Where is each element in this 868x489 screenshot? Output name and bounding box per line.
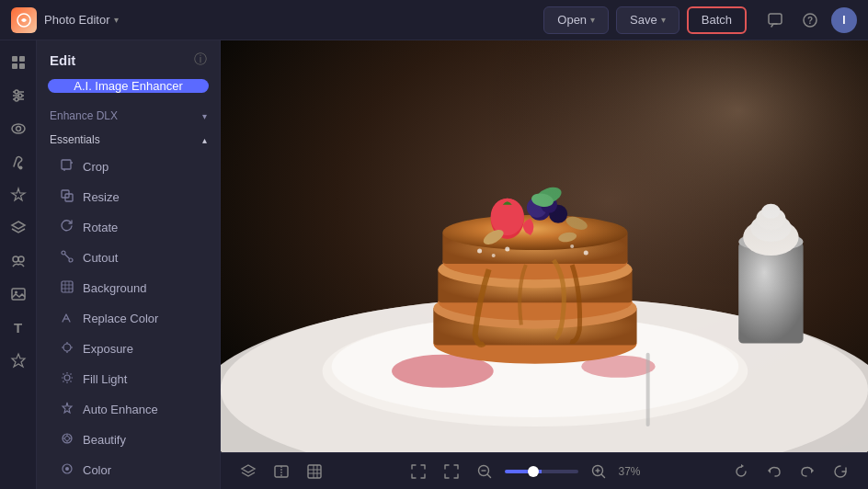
essentials-label: Essentials xyxy=(50,133,100,146)
app-logo xyxy=(11,7,37,33)
svg-rect-97 xyxy=(221,40,868,452)
batch-button[interactable]: Batch xyxy=(687,6,747,34)
exposure-label: Exposure xyxy=(83,342,133,356)
exposure-icon xyxy=(59,341,75,357)
menu-item-fill-light[interactable]: Fill Light xyxy=(40,365,216,393)
svg-point-16 xyxy=(18,166,22,170)
cutout-label: Cutout xyxy=(83,251,118,265)
color-icon xyxy=(59,462,75,478)
fill-light-label: Fill Light xyxy=(83,372,127,386)
rail-layers-icon[interactable] xyxy=(4,213,33,243)
svg-line-47 xyxy=(71,381,72,382)
app-title-text: Photo Editor xyxy=(44,13,110,27)
svg-marker-21 xyxy=(12,354,25,367)
enhance-dlx-label: Enhance DLX xyxy=(50,109,118,122)
svg-rect-6 xyxy=(12,63,17,69)
svg-point-27 xyxy=(62,251,65,255)
color-label: Color xyxy=(83,463,111,477)
enhance-dlx-section[interactable]: Enhance DLX ▾ xyxy=(37,104,220,128)
auto-enhance-icon xyxy=(59,402,75,417)
chat-icon-button[interactable] xyxy=(761,6,789,34)
svg-rect-100 xyxy=(308,465,321,478)
menu-item-rotate[interactable]: Rotate xyxy=(40,213,216,242)
menu-item-exposure[interactable]: Exposure xyxy=(40,335,216,363)
icon-rail: T xyxy=(0,40,37,489)
rotate-label: Rotate xyxy=(83,221,118,234)
rail-paint-icon[interactable] xyxy=(4,147,33,176)
edit-header: Edit ⓘ xyxy=(37,40,220,75)
ai-image-enhancer-button[interactable]: A.I. Image Enhancer xyxy=(48,79,209,93)
rail-group-icon[interactable] xyxy=(4,246,33,276)
svg-line-107 xyxy=(487,474,490,477)
rail-home-icon[interactable] xyxy=(4,48,33,77)
rail-star-icon[interactable] xyxy=(4,180,33,210)
svg-rect-22 xyxy=(62,160,71,169)
user-avatar[interactable]: I xyxy=(831,7,857,33)
svg-line-48 xyxy=(71,374,72,375)
ai-btn-label: A.I. Image Enhancer xyxy=(74,79,183,93)
menu-item-auto-enhance[interactable]: Auto Enhance xyxy=(40,395,216,424)
zoom-in-icon[interactable] xyxy=(586,459,611,484)
menu-item-color[interactable]: Color xyxy=(40,456,216,484)
svg-rect-7 xyxy=(19,63,25,69)
svg-point-51 xyxy=(65,437,70,441)
sidebar: Edit ⓘ A.I. Image Enhancer Enhance DLX ▾… xyxy=(37,40,221,489)
app-title-chevron: ▾ xyxy=(114,15,119,25)
layers-bottom-icon[interactable] xyxy=(235,459,261,484)
redo-icon[interactable] xyxy=(794,459,820,484)
zoom-out-icon[interactable] xyxy=(472,459,497,484)
svg-rect-1 xyxy=(769,14,782,24)
bottom-center-zoom: 37% xyxy=(405,459,651,484)
fit-screen-icon[interactable] xyxy=(405,459,431,484)
user-initial: I xyxy=(842,14,845,27)
save-button[interactable]: Save ▾ xyxy=(616,6,680,34)
cutout-icon xyxy=(59,250,75,266)
main: T Edit ⓘ A.I. Image Enhancer Enhance DLX… xyxy=(0,40,868,489)
menu-item-background[interactable]: Background xyxy=(40,274,216,302)
canvas-area: 37% xyxy=(221,40,868,489)
svg-rect-30 xyxy=(62,281,73,292)
crop-icon xyxy=(59,159,75,175)
fill-screen-icon[interactable] xyxy=(439,459,464,484)
batch-label: Batch xyxy=(702,13,732,27)
enhance-dlx-chevron: ▾ xyxy=(202,111,207,121)
rail-badge-icon[interactable] xyxy=(4,346,33,375)
crop-label: Crop xyxy=(83,160,108,174)
rail-image-icon[interactable] xyxy=(4,279,33,309)
save-chevron: ▾ xyxy=(661,15,666,25)
compare-icon[interactable] xyxy=(268,459,294,484)
bottom-bar: 37% xyxy=(221,452,868,489)
rail-eye-icon[interactable] xyxy=(4,114,33,143)
photo-display xyxy=(221,40,868,452)
topbar-icons: ? I xyxy=(761,6,857,34)
svg-point-20 xyxy=(15,291,17,294)
zoom-slider[interactable] xyxy=(505,470,578,473)
beautify-icon xyxy=(59,432,75,448)
resize-icon xyxy=(59,189,75,205)
open-button[interactable]: Open ▾ xyxy=(543,6,609,34)
svg-point-12 xyxy=(18,94,22,97)
replace-color-label: Replace Color xyxy=(83,312,158,325)
help-icon-button[interactable]: ? xyxy=(796,6,824,34)
edit-info-icon[interactable]: ⓘ xyxy=(194,51,207,68)
svg-text:?: ? xyxy=(807,16,813,26)
menu-item-replace-color[interactable]: Replace Color xyxy=(40,304,216,333)
svg-point-18 xyxy=(18,256,24,262)
fill-light-icon xyxy=(59,371,75,387)
grid-icon[interactable] xyxy=(302,459,327,484)
svg-point-17 xyxy=(13,256,18,262)
svg-point-36 xyxy=(63,344,71,351)
menu-item-crop[interactable]: Crop xyxy=(40,153,216,181)
undo-icon[interactable] xyxy=(761,459,787,484)
essentials-section[interactable]: Essentials ▴ xyxy=(37,128,220,152)
app-title-area[interactable]: Photo Editor ▾ xyxy=(44,13,119,27)
menu-item-resize[interactable]: Resize xyxy=(40,183,216,211)
history-icon[interactable] xyxy=(728,459,754,484)
menu-item-beautify[interactable]: Beautify xyxy=(40,426,216,454)
svg-point-28 xyxy=(69,258,73,262)
background-label: Background xyxy=(83,281,146,295)
rail-sliders-icon[interactable] xyxy=(4,81,33,110)
reset-icon[interactable] xyxy=(828,459,853,484)
rail-text-icon[interactable]: T xyxy=(4,313,33,342)
menu-item-cutout[interactable]: Cutout xyxy=(40,244,216,272)
